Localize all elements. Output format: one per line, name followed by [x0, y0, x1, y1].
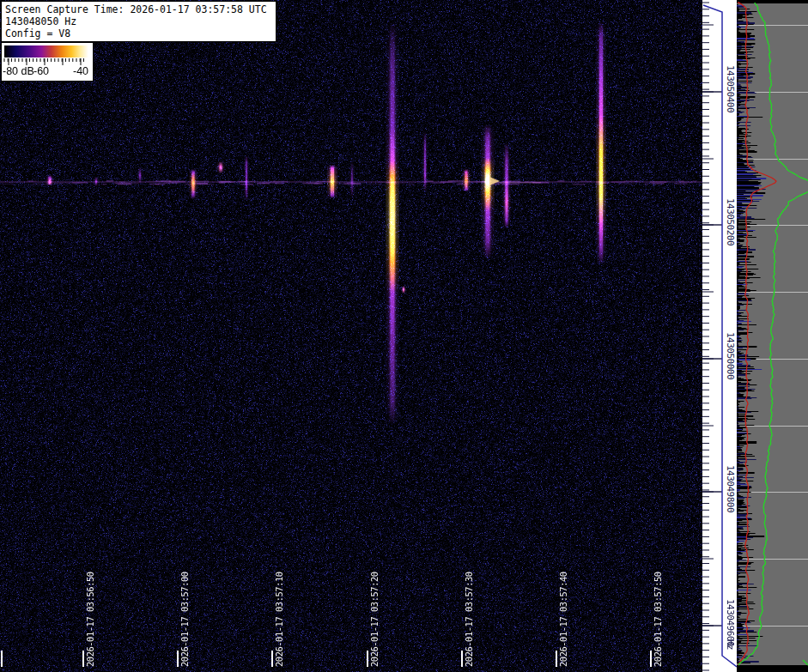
colorbar-label-max: -40: [73, 65, 88, 77]
time-tick: [1, 651, 3, 667]
frequency-label: 143050400: [725, 65, 736, 112]
waterfall-spectrogram-canvas: [0, 0, 702, 672]
spectrogram-screen-capture: 2026-01-17 03:56:502026-01-17 03:57:0020…: [0, 0, 808, 672]
intensity-colorbar-legend: -80 dB -60 -40: [1, 42, 94, 82]
spectrum-side-panel-canvas: [737, 0, 808, 672]
time-label: 2026-01-17 03:57:50: [653, 572, 663, 667]
time-label: 2026-01-17 03:56:50: [85, 572, 95, 667]
time-label: 2026-01-17 03:57:00: [179, 572, 190, 667]
time-label: 2026-01-17 03:57:40: [558, 572, 568, 667]
frequency-label: 143050000: [725, 332, 736, 379]
center-frequency-text: 143048050 Hz: [5, 15, 272, 27]
time-label: 2026-01-17 03:57:10: [274, 572, 284, 667]
config-text: Config = V8: [5, 27, 272, 39]
time-tick: [650, 651, 652, 667]
time-tick: [556, 651, 557, 667]
frequency-unit-label: Hz: [725, 639, 736, 650]
colorbar-gradient: [4, 45, 88, 58]
time-label: 2026-01-17 03:57:20: [369, 572, 380, 667]
time-tick: [82, 651, 84, 667]
time-tick: [271, 651, 273, 667]
time-tick: [177, 651, 179, 667]
frequency-label: 143050200: [725, 198, 736, 245]
time-tick: [461, 651, 463, 667]
time-tick: [367, 651, 368, 667]
colorbar-label-min: -80 dB: [3, 65, 34, 77]
capture-info-box: Screen Capture Time: 2026-01-17 03:57:58…: [1, 1, 276, 42]
capture-time-text: Screen Capture Time: 2026-01-17 03:57:58…: [5, 3, 272, 15]
time-label: 2026-01-17 03:57:30: [464, 572, 474, 667]
frequency-label: 143049800: [725, 465, 736, 512]
colorbar-label-mid: -60: [33, 65, 49, 77]
